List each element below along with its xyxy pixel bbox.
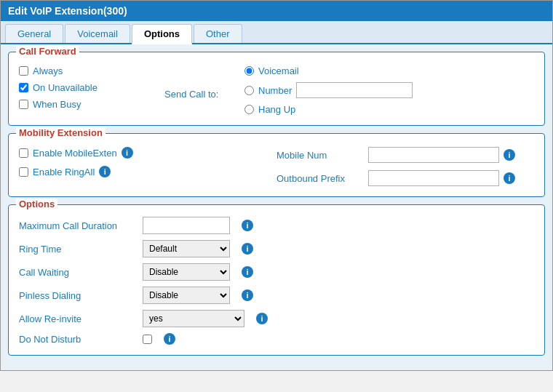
- cf-on-unavailable-row: On Unavailable: [19, 82, 164, 93]
- call-forward-container: Always On Unavailable When Busy: [19, 65, 534, 115]
- allow-reinvite-info-icon[interactable]: i: [256, 313, 268, 324]
- mobile-num-input[interactable]: [368, 147, 499, 163]
- cf-mid-col: Send Call to:: [164, 65, 244, 103]
- mobile-num-row: Mobile Num i: [276, 147, 534, 163]
- mobility-left: Enable MobileExten i Enable RingAll i: [19, 147, 276, 177]
- tab-general[interactable]: General: [5, 24, 63, 43]
- do-not-disturb-row: Do Not Disturb i: [19, 333, 534, 345]
- pinless-dialing-info-icon[interactable]: i: [242, 289, 253, 301]
- title-bar: Edit VoIP Extension(300): [1, 1, 552, 21]
- cf-hangup-row: Hang Up: [244, 104, 534, 115]
- outbound-prefix-label: Outbound Prefix: [276, 173, 364, 184]
- cf-on-unavailable-checkbox[interactable]: [19, 83, 28, 92]
- mobility-section: Mobility Extension Enable MobileExten i …: [8, 133, 545, 197]
- call-forward-title: Call Forward: [16, 46, 79, 57]
- enable-ringall-label[interactable]: Enable RingAll: [33, 167, 95, 177]
- options-section: Options Maximum Call Duration i Ring Tim…: [8, 204, 545, 356]
- mobile-num-label: Mobile Num: [276, 150, 364, 161]
- enable-ringall-info-icon[interactable]: i: [99, 166, 111, 177]
- do-not-disturb-checkbox[interactable]: [143, 335, 152, 344]
- enable-mobile-row: Enable MobileExten i: [19, 147, 276, 159]
- options-grid: Maximum Call Duration i Ring Time Defaul…: [19, 217, 534, 345]
- allow-reinvite-row: Allow Re-invite yes no i: [19, 310, 534, 327]
- mobility-container: Enable MobileExten i Enable RingAll i Mo…: [19, 147, 534, 186]
- outbound-prefix-info-icon[interactable]: i: [504, 172, 515, 184]
- cf-always-row: Always: [19, 65, 164, 76]
- allow-reinvite-select[interactable]: yes no: [143, 310, 244, 327]
- max-call-duration-label: Maximum Call Duration: [19, 220, 135, 231]
- cf-when-busy-checkbox[interactable]: [19, 100, 28, 109]
- tab-options[interactable]: Options: [132, 24, 192, 44]
- call-waiting-label: Call Waiting: [19, 267, 135, 278]
- mobility-content: Enable MobileExten i Enable RingAll i Mo…: [19, 147, 534, 186]
- do-not-disturb-info-icon[interactable]: i: [164, 333, 175, 345]
- enable-ringall-checkbox[interactable]: [19, 167, 28, 177]
- cf-when-busy-row: When Busy: [19, 99, 164, 110]
- ring-time-label: Ring Time: [19, 244, 135, 255]
- cf-always-checkbox[interactable]: [19, 66, 28, 76]
- cf-number-row: Number: [244, 82, 534, 98]
- cf-when-busy-label[interactable]: When Busy: [33, 99, 81, 110]
- ring-time-select[interactable]: Default 15 30 60 120: [143, 240, 230, 257]
- pinless-dialing-select[interactable]: Disable Enable: [143, 287, 230, 304]
- cf-on-unavailable-label[interactable]: On Unavailable: [33, 82, 98, 93]
- max-call-duration-info-icon[interactable]: i: [242, 220, 253, 231]
- call-forward-section: Call Forward Always On Unavailable: [8, 52, 545, 126]
- call-waiting-select[interactable]: Disable Enable: [143, 263, 230, 281]
- tab-voicemail[interactable]: Voicemail: [65, 24, 130, 43]
- max-call-duration-row: Maximum Call Duration i: [19, 217, 534, 234]
- cf-hangup-label[interactable]: Hang Up: [258, 104, 295, 115]
- outbound-prefix-input[interactable]: [368, 170, 499, 186]
- outbound-prefix-row: Outbound Prefix i: [276, 170, 534, 186]
- call-waiting-row: Call Waiting Disable Enable i: [19, 263, 534, 281]
- options-title: Options: [16, 199, 57, 209]
- main-window: Edit VoIP Extension(300) General Voicema…: [0, 0, 553, 371]
- tab-other[interactable]: Other: [194, 24, 242, 43]
- send-call-to-label: Send Call to:: [164, 84, 244, 103]
- cf-left-col: Always On Unavailable When Busy: [19, 65, 164, 110]
- cf-right-col: Voicemail Number Hang Up: [244, 65, 534, 115]
- cf-voicemail-label[interactable]: Voicemail: [258, 65, 299, 76]
- enable-mobile-info-icon[interactable]: i: [122, 147, 133, 159]
- pinless-dialing-label: Pinless Dialing: [19, 290, 135, 301]
- call-waiting-info-icon[interactable]: i: [242, 266, 253, 278]
- tab-bar: General Voicemail Options Other: [1, 21, 552, 44]
- ring-time-row: Ring Time Default 15 30 60 120 i: [19, 240, 534, 257]
- cf-number-radio[interactable]: [244, 86, 254, 95]
- cf-number-label[interactable]: Number: [258, 85, 292, 96]
- cf-voicemail-row: Voicemail: [244, 65, 534, 76]
- cf-hangup-radio[interactable]: [244, 105, 254, 114]
- mobility-title: Mobility Extension: [16, 127, 106, 138]
- cf-always-label[interactable]: Always: [33, 65, 63, 76]
- enable-ringall-row: Enable RingAll i: [19, 166, 276, 177]
- main-content: Call Forward Always On Unavailable: [1, 44, 552, 370]
- window-title: Edit VoIP Extension(300): [8, 5, 127, 17]
- enable-mobile-checkbox[interactable]: [19, 148, 28, 158]
- pinless-dialing-row: Pinless Dialing Disable Enable i: [19, 287, 534, 304]
- mobile-num-info-icon[interactable]: i: [504, 149, 515, 161]
- allow-reinvite-label: Allow Re-invite: [19, 313, 135, 324]
- do-not-disturb-label: Do Not Disturb: [19, 334, 135, 345]
- cf-voicemail-radio[interactable]: [244, 66, 254, 76]
- cf-number-input[interactable]: [296, 82, 413, 98]
- mobility-right: Mobile Num i Outbound Prefix i: [276, 147, 534, 186]
- ring-time-info-icon[interactable]: i: [242, 243, 253, 255]
- enable-mobile-label[interactable]: Enable MobileExten: [33, 148, 117, 159]
- max-call-duration-input[interactable]: [143, 217, 230, 234]
- call-forward-content: Always On Unavailable When Busy: [19, 65, 534, 115]
